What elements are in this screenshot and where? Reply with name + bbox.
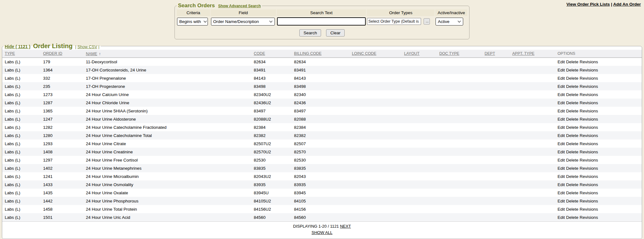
delete-link[interactable]: Delete xyxy=(566,207,578,212)
column-header-label[interactable]: ORDER ID xyxy=(43,51,62,56)
edit-link[interactable]: Edit xyxy=(558,207,565,212)
edit-link[interactable]: Edit xyxy=(558,182,565,187)
show-advanced-search-link[interactable]: Show Advanced Search xyxy=(218,4,261,8)
edit-link[interactable]: Edit xyxy=(558,68,565,72)
delete-link[interactable]: Delete xyxy=(566,68,578,72)
delete-link[interactable]: Delete xyxy=(566,174,578,179)
revisions-link[interactable]: Revisions xyxy=(580,215,598,220)
revisions-link[interactable]: Revisions xyxy=(580,150,598,154)
revisions-link[interactable]: Revisions xyxy=(580,60,598,64)
edit-link[interactable]: Edit xyxy=(558,141,565,146)
view-order-pick-lists-link[interactable]: View Order Pick Lists xyxy=(566,2,610,7)
delete-link[interactable]: Delete xyxy=(566,199,578,203)
revisions-link[interactable]: Revisions xyxy=(580,207,598,212)
hide-listing-link[interactable]: Hide ( 1121 ) xyxy=(5,44,31,49)
column-header-loinc-code[interactable]: LOINC CODE xyxy=(349,50,402,58)
edit-link[interactable]: Edit xyxy=(558,215,565,220)
billing-code-cell: 82043 xyxy=(291,172,349,180)
delete-link[interactable]: Delete xyxy=(566,76,578,81)
column-header-label[interactable]: BILLING CODE xyxy=(294,51,322,56)
column-header-billing-code[interactable]: BILLING CODE xyxy=(291,50,349,58)
revisions-link[interactable]: Revisions xyxy=(580,125,598,130)
delete-link[interactable]: Delete xyxy=(566,60,578,64)
criteria-select[interactable]: Begins with xyxy=(177,18,208,26)
delete-link[interactable]: Delete xyxy=(566,182,578,187)
add-an-order-link[interactable]: Add An Order xyxy=(613,2,641,7)
column-header-layout[interactable]: LAYOUT xyxy=(402,50,437,58)
show-csv-link[interactable]: Show CSV xyxy=(77,44,97,49)
name-cell: 24 Hour Urine Aldosterone xyxy=(83,115,251,123)
clear-button[interactable]: Clear xyxy=(326,29,344,37)
order-type-input[interactable] xyxy=(367,18,421,25)
revisions-link[interactable]: Revisions xyxy=(580,191,598,195)
revisions-link[interactable]: Revisions xyxy=(580,141,598,146)
edit-link[interactable]: Edit xyxy=(558,76,565,81)
table-row: Labs (L)124124 Hour Urine Microalbumin82… xyxy=(2,172,642,180)
edit-link[interactable]: Edit xyxy=(558,125,565,130)
delete-link[interactable]: Delete xyxy=(566,215,578,220)
delete-link[interactable]: Delete xyxy=(566,125,578,130)
column-header-appt-type[interactable]: APPT. TYPE xyxy=(510,50,555,58)
order-type-browse-button[interactable]: ... xyxy=(424,18,430,25)
delete-link[interactable]: Delete xyxy=(566,100,578,105)
active-inactive-select[interactable]: Active xyxy=(436,18,463,26)
column-header-name[interactable]: NAME↑ xyxy=(83,50,251,58)
column-header-label[interactable]: APPT. TYPE xyxy=(512,51,535,56)
revisions-link[interactable]: Revisions xyxy=(580,100,598,105)
revisions-link[interactable]: Revisions xyxy=(580,166,598,171)
delete-link[interactable]: Delete xyxy=(566,117,578,122)
column-header-label[interactable]: DEPT xyxy=(485,51,495,56)
column-header-label[interactable]: LAYOUT xyxy=(404,51,419,56)
delete-link[interactable]: Delete xyxy=(566,166,578,171)
revisions-link[interactable]: Revisions xyxy=(580,133,598,138)
edit-link[interactable]: Edit xyxy=(558,199,565,203)
next-page-link[interactable]: NEXT xyxy=(340,224,351,229)
delete-link[interactable]: Delete xyxy=(566,150,578,154)
revisions-link[interactable]: Revisions xyxy=(580,158,598,162)
search-button[interactable]: Search xyxy=(299,29,321,37)
delete-link[interactable]: Delete xyxy=(566,109,578,113)
column-header-code[interactable]: CODE xyxy=(251,50,291,58)
edit-link[interactable]: Edit xyxy=(558,117,565,122)
revisions-link[interactable]: Revisions xyxy=(580,109,598,113)
column-header-type[interactable]: TYPE xyxy=(2,50,41,58)
edit-link[interactable]: Edit xyxy=(558,158,565,162)
edit-link[interactable]: Edit xyxy=(558,60,565,64)
edit-link[interactable]: Edit xyxy=(558,109,565,113)
revisions-link[interactable]: Revisions xyxy=(580,117,598,122)
delete-link[interactable]: Delete xyxy=(566,158,578,162)
revisions-link[interactable]: Revisions xyxy=(580,68,598,72)
field-select[interactable]: Order Name/Description xyxy=(211,18,275,26)
show-all-link[interactable]: SHOW ALL xyxy=(312,230,332,235)
delete-link[interactable]: Delete xyxy=(566,133,578,138)
edit-link[interactable]: Edit xyxy=(558,150,565,154)
delete-link[interactable]: Delete xyxy=(566,141,578,146)
column-header-label[interactable]: NAME xyxy=(86,52,97,56)
delete-link[interactable]: Delete xyxy=(566,84,578,89)
edit-link[interactable]: Edit xyxy=(558,166,565,171)
delete-link[interactable]: Delete xyxy=(566,92,578,97)
revisions-link[interactable]: Revisions xyxy=(580,76,598,81)
column-header-label[interactable]: LOINC CODE xyxy=(352,51,376,56)
edit-link[interactable]: Edit xyxy=(558,174,565,179)
column-header-label[interactable]: TYPE xyxy=(5,51,15,56)
edit-link[interactable]: Edit xyxy=(558,100,565,105)
search-text-input[interactable] xyxy=(277,17,366,26)
edit-link[interactable]: Edit xyxy=(558,92,565,97)
edit-link[interactable]: Edit xyxy=(558,84,565,89)
revisions-link[interactable]: Revisions xyxy=(580,174,598,179)
column-header-label[interactable]: DOC TYPE xyxy=(439,51,459,56)
edit-link[interactable]: Edit xyxy=(558,133,565,138)
column-header-order-id[interactable]: ORDER ID xyxy=(41,50,83,58)
delete-link[interactable]: Delete xyxy=(566,191,578,195)
revisions-link[interactable]: Revisions xyxy=(580,199,598,203)
edit-link[interactable]: Edit xyxy=(558,191,565,195)
order-id-cell: 1408 xyxy=(41,148,83,156)
column-header-doc-type[interactable]: DOC TYPE xyxy=(437,50,482,58)
revisions-link[interactable]: Revisions xyxy=(580,182,598,187)
revisions-link[interactable]: Revisions xyxy=(580,92,598,97)
column-header-dept[interactable]: DEPT xyxy=(482,50,510,58)
column-header-label[interactable]: CODE xyxy=(254,51,265,56)
code-cell: 83491 xyxy=(251,66,291,74)
revisions-link[interactable]: Revisions xyxy=(580,84,598,89)
